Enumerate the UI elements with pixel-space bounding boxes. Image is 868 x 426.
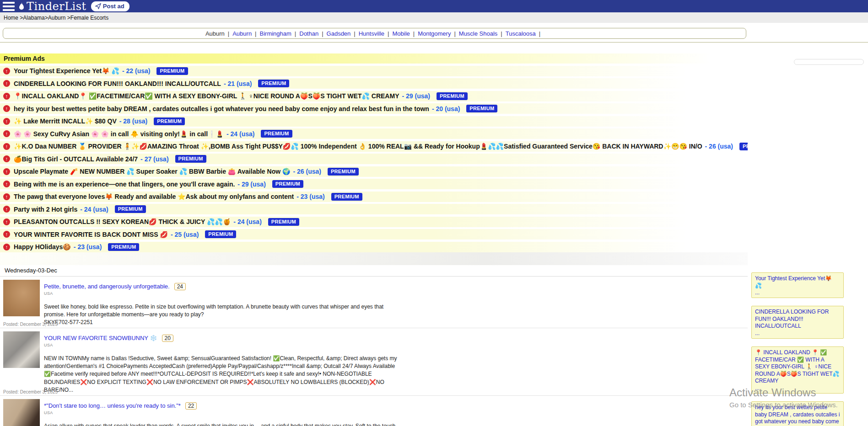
breadcrumb-separator: > (45, 15, 48, 21)
sidebar-ad-more: ... (755, 385, 840, 391)
premium-ad-age-meta[interactable]: - 24 (usa) (80, 206, 108, 213)
premium-ad-row[interactable]: ↑ Upscale Playmate 🧨 NEW NUMBER 💦 Super … (0, 166, 748, 177)
scroll-thumb-bar[interactable] (794, 59, 864, 65)
listing-title-link[interactable]: *"Don't stare too long… unless you're re… (44, 402, 181, 409)
premium-ad-age-meta[interactable]: - 21 (usa) (224, 80, 252, 87)
listing-country: USA (44, 343, 401, 347)
premium-ad-age-meta[interactable]: - 23 (usa) (74, 243, 102, 250)
premium-ad-age-meta[interactable]: - 25 (usa) (171, 231, 199, 238)
city-separator: | (454, 30, 455, 37)
premium-ad-title[interactable]: Happy HOlidays🍪 (14, 243, 71, 250)
sidebar-ad-box[interactable]: hey its your best wettes petite baby DRE… (751, 401, 844, 426)
listing-description: Asian allure with curves that speak loud… (44, 422, 401, 426)
premium-ad-age-meta[interactable]: - 24 (usa) (233, 218, 261, 225)
bump-up-icon: ↑ (3, 218, 10, 225)
premium-ad-row[interactable]: ↑ Your Tightest Experience Yet🦊 💦 - 22 (… (0, 66, 748, 76)
premium-ad-age-meta[interactable]: - 28 (usa) (119, 117, 147, 125)
bump-up-icon: ↑ (3, 181, 10, 187)
listing-posted-date: Posted: December 3, 2025 (3, 389, 58, 394)
premium-badge: PREMIUM (108, 243, 139, 251)
sidebar-ad-title[interactable]: Your Tightest Experience Yet🦊 💦 (755, 275, 840, 289)
premium-ad-row[interactable]: ↑ Happy HOlidays🍪 - 23 (usa) PREMIUM (0, 242, 748, 252)
city-link[interactable]: Montgomery (418, 30, 451, 37)
top-navbar: TinderList Post ad (0, 0, 868, 12)
premium-ad-age-meta[interactable]: - 26 (usa) (293, 168, 321, 175)
premium-ad-title[interactable]: ✨K.O Daa NUMBER 🏅 PROVIDER 🧍✨💋AMAZING Th… (14, 143, 702, 150)
premium-ad-row[interactable]: ↑ CINDERELLA LOOKING FOR FUN!!! OAKLAND!… (0, 78, 748, 89)
city-separator: | (295, 30, 296, 37)
premium-ad-row[interactable]: ↑ Party with 2 Hot girls - 24 (usa) PREM… (0, 204, 748, 214)
bump-up-icon: ↑ (3, 206, 10, 213)
premium-ad-row[interactable]: ↑ YOUR WINTER FAVORITE IS BACK DONT MISS… (0, 229, 748, 240)
city-link[interactable]: Dothan (299, 30, 318, 37)
breadcrumb-separator: > (65, 15, 70, 21)
post-ad-button[interactable]: Post ad (91, 1, 129, 11)
city-link[interactable]: Gadsden (327, 30, 351, 37)
premium-ad-row[interactable]: ↑ PLEASANTON OUTCALLS !! SEXY KOREAN💋 TH… (0, 217, 748, 227)
brand-logo[interactable]: TinderList (17, 1, 86, 12)
premium-ad-row[interactable]: ↑ ✨K.O Daa NUMBER 🏅 PROVIDER 🧍✨💋AMAZING … (0, 141, 748, 152)
premium-ad-age-meta[interactable]: - 27 (usa) (140, 155, 168, 163)
premium-ad-title[interactable]: PLEASANTON OUTCALLS !! SEXY KOREAN💋 THIC… (14, 218, 231, 225)
city-link[interactable]: Tuscaloosa (506, 30, 536, 37)
premium-ad-age-meta[interactable]: - 22 (usa) (122, 67, 150, 75)
post-ad-label: Post ad (103, 3, 124, 10)
premium-ad-row[interactable]: ↑ The pawg that everyone loves🦊 Ready an… (0, 192, 748, 202)
premium-ad-age-meta[interactable]: - 24 (usa) (226, 130, 254, 138)
bump-up-icon: ↑ (3, 80, 10, 87)
premium-ad-row[interactable]: ↑ Being with me is an experience—one tha… (0, 179, 748, 189)
city-link[interactable]: Huntsville (359, 30, 384, 37)
premium-ad-row[interactable]: ↑ ✨ Lake Merritt INCALL✨ $80 QV - 28 (us… (0, 116, 748, 127)
sidebar-ad-box[interactable]: 📍 INCALL OAKLAND 📍 ✅ FACETIME/CAR ✅ WITH… (751, 346, 844, 394)
city-separator: | (539, 30, 540, 37)
premium-ad-title[interactable]: YOUR WINTER FAVORITE IS BACK DONT MISS 💋 (14, 231, 168, 238)
premium-ad-title[interactable]: ✨ Lake Merritt INCALL✨ $80 QV (14, 117, 117, 125)
flame-icon (17, 2, 26, 11)
city-link[interactable]: Auburn (232, 30, 252, 37)
sidebar-ad-title[interactable]: 📍 INCALL OAKLAND 📍 ✅ FACETIME/CAR ✅ WITH… (755, 349, 840, 385)
premium-ad-title[interactable]: hey its your best wettes petite baby DRE… (14, 105, 429, 112)
hamburger-menu-icon[interactable] (3, 2, 15, 11)
premium-ad-title[interactable]: 🌸 🌸 Sexy CuRvy Asian 🌸 🌸 in call 🐥 visit… (14, 130, 224, 138)
sidebar-ad-box[interactable]: CINDERELLA LOOKING FOR FUN!!! OAKLAND!!!… (751, 306, 844, 339)
breadcrumb-link[interactable]: Home (4, 15, 18, 21)
listing-thumbnail[interactable] (3, 331, 40, 368)
premium-ad-age-meta[interactable]: - 26 (usa) (705, 143, 733, 150)
premium-ad-title[interactable]: Being with me is an experience—one that … (14, 181, 235, 188)
city-link[interactable]: Mobile (392, 30, 410, 37)
premium-ad-title[interactable]: Your Tightest Experience Yet🦊 💦 (14, 67, 119, 75)
city-link[interactable]: Muscle Shoals (459, 30, 498, 37)
premium-ad-title[interactable]: 🍊Big Tits Girl - OUTCALL Available 24/7 (14, 155, 138, 163)
breadcrumb-link[interactable]: Female Escorts (70, 15, 108, 21)
premium-badge: PREMIUM (205, 230, 236, 238)
sidebar-ad-title[interactable]: CINDERELLA LOOKING FOR FUN!!! OAKLAND!!!… (755, 309, 840, 330)
premium-ad-row[interactable]: ↑ 📍INCALL OAKLAND📍 ✅FACETIME/CAR✅ WITH A… (0, 91, 748, 101)
premium-ad-title[interactable]: Party with 2 Hot girls (14, 206, 77, 213)
listing-title-link[interactable]: YOUR NEW FAVORITE SNOWBUNNY ❄️ (44, 335, 157, 341)
premium-ad-title[interactable]: Upscale Playmate 🧨 NEW NUMBER 💦 Super So… (14, 168, 290, 175)
breadcrumb-link[interactable]: Auburn (48, 15, 66, 21)
premium-ad-row[interactable]: ↑ 🌸 🌸 Sexy CuRvy Asian 🌸 🌸 in call 🐥 vis… (0, 128, 748, 139)
breadcrumb-link[interactable]: Alabama (23, 15, 44, 21)
premium-ad-age-meta[interactable]: - 29 (usa) (402, 92, 430, 100)
listing-thumbnail[interactable] (3, 280, 40, 316)
premium-ad-age-meta[interactable]: - 20 (usa) (432, 105, 460, 112)
premium-ad-row[interactable]: ↑ hey its your best wettes petite baby D… (0, 103, 748, 114)
sidebar-ad-box[interactable]: Your Tightest Experience Yet🦊 💦 ... (751, 272, 844, 298)
city-separator: | (388, 30, 389, 37)
city-link[interactable]: Auburn (205, 30, 225, 37)
listing-title-link[interactable]: Petite, brunette, and dangerously unforg… (44, 283, 170, 290)
premium-ad-title[interactable]: CINDERELLA LOOKING FOR FUN!!! OAKLAND!!!… (14, 80, 221, 87)
listing-row: Petite, brunette, and dangerously unforg… (0, 277, 748, 328)
premium-ad-age-meta[interactable]: - 23 (usa) (297, 193, 324, 200)
premium-ad-title[interactable]: The pawg that everyone loves🦊 Ready and … (14, 193, 294, 200)
city-separator: | (501, 30, 502, 37)
premium-ad-age-meta[interactable]: - 29 (usa) (237, 181, 265, 188)
listing-main: Petite, brunette, and dangerously unforg… (44, 283, 401, 327)
breadcrumb: Home >Alabama>Auburn >Female Escorts (0, 12, 868, 23)
city-link[interactable]: Birmingham (260, 30, 291, 37)
listing-thumbnail[interactable] (3, 399, 40, 426)
sidebar-ad-title[interactable]: hey its your best wettes petite baby DRE… (755, 404, 840, 426)
premium-ad-row[interactable]: ↑ 🍊Big Tits Girl - OUTCALL Available 24/… (0, 154, 748, 164)
premium-ad-title[interactable]: 📍INCALL OAKLAND📍 ✅FACETIME/CAR✅ WITH A S… (14, 92, 399, 100)
